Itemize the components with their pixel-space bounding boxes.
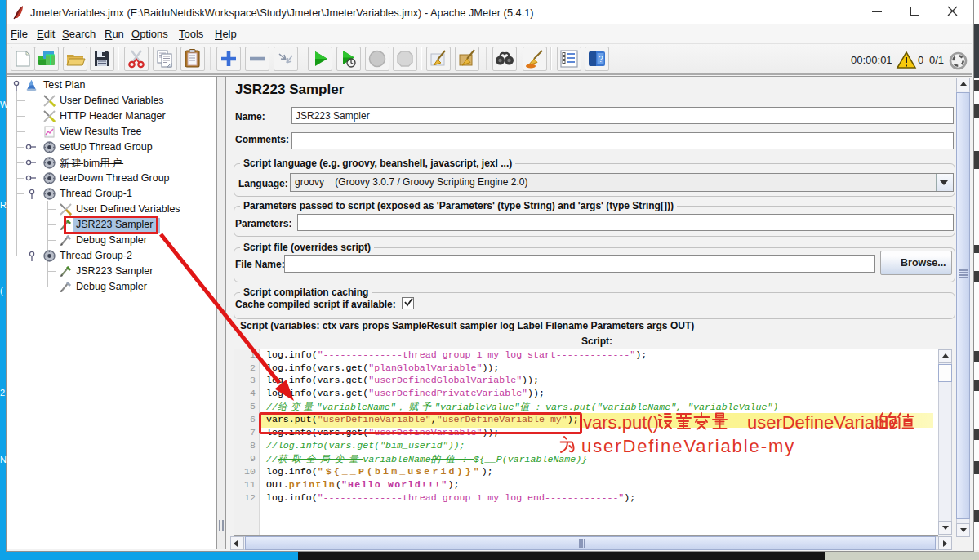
svg-text:?: ? — [599, 55, 603, 64]
